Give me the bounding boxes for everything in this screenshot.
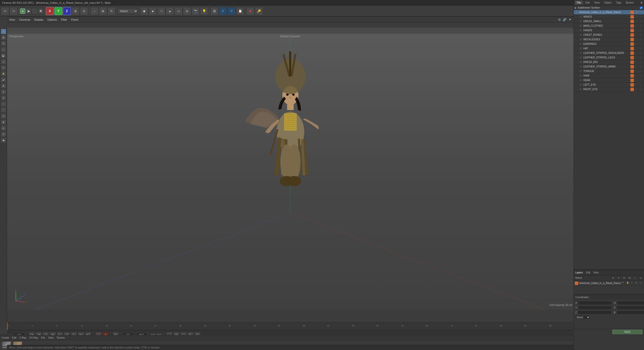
mat-menu-texture[interactable]: Texture (57, 336, 65, 339)
subdivision-surface-row[interactable]: ▶ Subdivision Surface (574, 6, 644, 10)
obj-vis-earrings[interactable]: ⋮ (635, 43, 638, 45)
obj-lock-main-clothes[interactable]: ⋮ (639, 25, 643, 27)
rtab-view[interactable]: View (592, 1, 602, 5)
tf-input-x[interactable] (578, 301, 612, 305)
obj-item-necklesses[interactable]: ⬡ NECKLESSES ⋮ ⋮ (574, 37, 644, 42)
tf-input-b[interactable] (617, 310, 644, 314)
obj-vis-wings[interactable]: ⋮ (635, 16, 638, 18)
mat-menu-vray[interactable]: V-Ray (19, 336, 26, 339)
plane-button[interactable]: ▭ (174, 7, 182, 15)
layers-tab-edit[interactable]: Edit (586, 271, 590, 274)
obj-lock-hair[interactable]: ⋮ (639, 75, 643, 77)
obj-vis-dress-big[interactable]: ⋮ (635, 61, 638, 63)
obj-vis-root[interactable]: 👁 (635, 11, 638, 13)
new-object-button[interactable]: ✚ (38, 8, 44, 14)
obj-item-leather-legs[interactable]: ⬡ LEATHER_STRIPES_LEGS ⋮ ⋮ (574, 55, 644, 60)
mat-menu-create[interactable]: Create (2, 336, 9, 339)
rotate-tool-button[interactable]: ↻ (107, 7, 116, 15)
tool-knife[interactable]: ⚡ (1, 71, 6, 77)
obj-lock-dress-small[interactable]: ⋮ (639, 20, 643, 22)
obj-item-hat[interactable]: ⬡ HAT ⋮ ⋮ (574, 46, 644, 51)
render-region-button[interactable]: ● (20, 8, 25, 14)
obj-item-chest-bones[interactable]: ⬡ CHEST_BONES ⋮ ⋮ (574, 33, 644, 37)
obj-vis-hands[interactable]: ⋮ (635, 29, 638, 31)
vp-menu-view[interactable]: View (9, 18, 15, 21)
subdiv-visible-check[interactable] (640, 7, 642, 9)
tool-extra2[interactable]: ◉ (1, 137, 6, 143)
tool-spline[interactable]: ⌒ (1, 107, 6, 113)
tool-select3[interactable]: ◻ (1, 59, 6, 64)
obj-lock-tongue[interactable]: ⋮ (639, 70, 643, 72)
rtab-file[interactable]: File (575, 1, 583, 5)
obj-lock-leather-arms[interactable]: ⋮ (639, 65, 643, 68)
obj-lock-necklesses[interactable]: ⋮ (639, 38, 643, 41)
obj-vis-leather-shoulders[interactable]: ⋮ (635, 52, 638, 54)
tool-extrude[interactable]: ⬡ (1, 113, 6, 119)
obj-item-right-eye[interactable]: ⬡ RIGHT_EYE ⋮ ⋮ (574, 87, 644, 92)
obj-lock-hat[interactable]: ⋮ (639, 47, 643, 50)
obj-item-main-clothes[interactable]: ⬡ MAIN_CLOTHES ⋮ ⋮ (574, 24, 644, 28)
obj-manager-expand[interactable]: ⊞ (640, 1, 643, 5)
layers-tab-layers[interactable]: Layers (575, 271, 583, 274)
obj-vis-head[interactable]: ⋮ (635, 79, 638, 81)
viewport-menu-button[interactable]: ▼ (569, 18, 572, 21)
render-settings-button[interactable]: ⚙ (210, 7, 218, 15)
undo-button[interactable]: ↩ (1, 7, 9, 15)
obj-item-dress-big[interactable]: ⬡ DRESS_BIG ⋮ ⋮ (574, 60, 644, 64)
obj-vis-hat[interactable]: ⋮ (635, 47, 638, 50)
tool-magnet[interactable]: ⊕ (1, 83, 6, 89)
tool-deform[interactable]: ⋯ (1, 101, 6, 107)
select-dropdown[interactable]: Select (118, 9, 138, 14)
cone-button[interactable]: ▲ (166, 7, 174, 15)
obj-item-earrings[interactable]: ⬡ EARRINGS ⋮ ⋮ (574, 42, 644, 46)
vp-menu-filter[interactable]: Filter (61, 18, 67, 21)
obj-vis-main-clothes[interactable]: ⋮ (635, 25, 638, 27)
expand-viewport-button[interactable]: ⊞ (558, 18, 561, 21)
obj-vis-leather-legs[interactable]: ⋮ (635, 56, 638, 59)
obj-vis-hair[interactable]: ⋮ (635, 75, 638, 77)
tf-input-y[interactable] (578, 306, 612, 310)
obj-lock-leather-legs[interactable]: ⋮ (639, 56, 643, 59)
layer-render-icon[interactable]: ⊙ (631, 282, 634, 285)
tool-scale[interactable]: ⊞ (1, 35, 6, 40)
tf-input-h[interactable] (617, 301, 644, 305)
obj-lock-earrings[interactable]: ⋮ (639, 43, 643, 45)
vp-menu-options[interactable]: Options (47, 18, 57, 21)
move-tool-button[interactable]: ↔ (90, 7, 98, 15)
obj-item-leather-shoulders[interactable]: ⬡ LEATHER_STRIPES_SHOULDERS ⋮ ⋮ (574, 51, 644, 55)
obj-lock-head[interactable]: ⋮ (639, 79, 643, 81)
obj-item-root[interactable]: ⬡ American_Indian_in_a_Ritual_Dance 👁 ⋮⋮ (574, 10, 644, 15)
render-picture-button[interactable]: ⬛ (32, 8, 37, 14)
autokey-button[interactable]: 🔑 (255, 7, 263, 15)
layer-lock-icon[interactable]: 🔒 (626, 282, 630, 285)
vp-menu-panel[interactable]: Panel (71, 18, 78, 21)
rtab-bookm[interactable]: Bookm (624, 1, 636, 5)
sphere-button[interactable]: ● (149, 7, 157, 15)
cylinder-button[interactable]: ⬭ (157, 7, 165, 15)
obj-vis-dress-small[interactable]: ⋮ (635, 20, 638, 22)
obj-vis-tongue[interactable]: ⋮ (635, 70, 638, 72)
obj-item-wings[interactable]: ⬡ WINGS ⋮ ⋮ (574, 15, 644, 19)
layers-tab-view[interactable]: View (593, 271, 599, 274)
obj-lock-left-eye[interactable]: ⋮ (639, 84, 643, 86)
transform-mode-select[interactable]: World Object (575, 315, 590, 319)
obj-lock-chest-bones[interactable]: ⋮ (639, 34, 643, 36)
layer-item-0[interactable]: American_Indian_in_a_Ritual_Dance 👁 🔒 ⊙ … (574, 281, 644, 286)
mat-menu-view[interactable]: View (48, 336, 54, 339)
obj-vis-necklesses[interactable]: ⋮ (635, 38, 638, 41)
scale-tool-button[interactable]: ⊞ (99, 7, 107, 15)
obj-item-leather-arms[interactable]: ⬡ LEATHER_STRIPES_ARMS ⋮ ⋮ (574, 64, 644, 69)
tf-input-z[interactable] (578, 310, 612, 314)
mat-menu-edit[interactable]: Edit (12, 336, 16, 339)
obj-item-left-eye[interactable]: ⬡ LEFT_EYE ⋮ ⋮ (574, 83, 644, 87)
tool-select2[interactable]: ⬕ (1, 53, 6, 58)
obj-vis-right-eye[interactable]: ⋮ (635, 88, 638, 90)
link-viewport-button[interactable]: 🔗 (563, 18, 566, 21)
tool-rotate[interactable]: ↻ (1, 41, 6, 46)
obj-vis-left-eye[interactable]: ⋮ (635, 84, 638, 86)
render-viewport-button[interactable]: ▶ (26, 8, 31, 14)
obj-lock-dress-big[interactable]: ⋮ (639, 61, 643, 63)
x-axis-button[interactable]: X (46, 7, 54, 15)
camera-button[interactable]: 📷 (192, 7, 200, 15)
playhead[interactable] (7, 323, 8, 330)
